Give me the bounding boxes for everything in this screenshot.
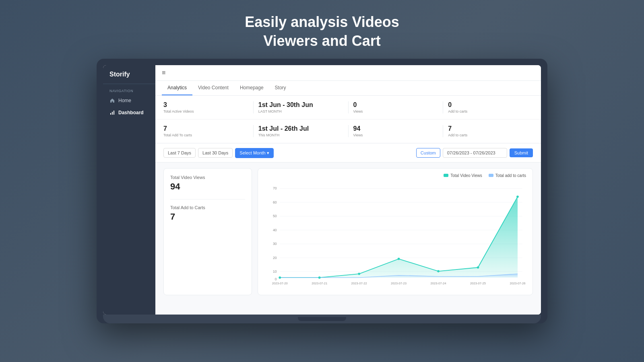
tab-video-content[interactable]: Video Content xyxy=(192,81,234,95)
tab-analytics[interactable]: Analytics xyxy=(162,81,192,95)
svg-text:60: 60 xyxy=(273,200,277,204)
legend-carts: Total add to carts xyxy=(489,173,526,178)
svg-text:2023-07-23: 2023-07-23 xyxy=(391,282,407,285)
stat-last-month-range: 1st Jun - 30th Jun LAST MONTH xyxy=(258,101,343,113)
stats-row-2: 7 Total Add To carts 1st Jul - 26th Jul … xyxy=(155,119,541,143)
svg-text:40: 40 xyxy=(273,228,277,232)
stat-this-month-views-label: Views xyxy=(353,133,438,137)
chart-icon xyxy=(109,110,115,115)
stat-this-month-carts-label: Add to carts xyxy=(448,133,533,137)
stat-this-month-range: 1st Jul - 26th Jul This MONTH xyxy=(258,125,343,137)
svg-text:0: 0 xyxy=(275,277,277,281)
tabs-row: Analytics Video Content Homepage Story xyxy=(155,81,541,96)
laptop-wrapper: Storify NAVIGATION Home xyxy=(97,59,547,323)
total-add-carts-metric: Total Add to Carts 7 xyxy=(170,205,245,222)
svg-text:30: 30 xyxy=(273,242,277,246)
metric-divider xyxy=(170,199,245,200)
views-point-2 xyxy=(358,273,360,275)
stat-this-month-views: 94 Views xyxy=(353,125,438,137)
custom-button[interactable]: Custom xyxy=(416,148,440,158)
stat-this-month-range-number: 1st Jul - 26th Jul xyxy=(258,125,343,132)
stat-this-month-carts: 7 Add to carts xyxy=(448,125,533,137)
last-7-days-button[interactable]: Last 7 Days xyxy=(163,148,196,158)
stat-total-add-number: 7 xyxy=(163,125,248,132)
svg-rect-0 xyxy=(110,113,111,115)
stat-last-month-views: 0 Views xyxy=(353,101,438,113)
views-point-4 xyxy=(437,270,440,272)
tab-story[interactable]: Story xyxy=(269,81,292,95)
last-30-days-button[interactable]: Last 30 Days xyxy=(198,148,233,158)
stat-divider-1a xyxy=(253,101,254,113)
svg-text:50: 50 xyxy=(273,214,277,218)
legend-carts-label: Total add to carts xyxy=(495,173,526,178)
sidebar-brand: Storify xyxy=(103,65,155,84)
stat-this-month-carts-number: 7 xyxy=(448,125,533,132)
svg-text:2023-07-26: 2023-07-26 xyxy=(510,282,525,285)
svg-rect-1 xyxy=(112,112,113,115)
legend-views-label: Total Video Views xyxy=(450,173,482,178)
tab-homepage[interactable]: Homepage xyxy=(234,81,269,95)
hamburger-icon[interactable]: ≡ xyxy=(162,69,165,76)
stat-total-add-label: Total Add To carts xyxy=(163,133,248,137)
date-range-input[interactable] xyxy=(443,148,507,158)
chart-legend: Total Video Views Total add to carts xyxy=(264,173,526,178)
sidebar-item-home[interactable]: Home xyxy=(103,95,155,107)
stat-divider-1b xyxy=(348,101,349,113)
main-content: ≡ Analytics Video Content Homepage Story xyxy=(155,65,541,315)
sidebar-item-dashboard[interactable]: Dashboard xyxy=(103,107,155,119)
svg-text:2023-07-21: 2023-07-21 xyxy=(312,282,327,285)
stat-active-videos: 3 Total Active Videos xyxy=(163,101,248,113)
svg-text:2023-07-20: 2023-07-20 xyxy=(272,282,288,285)
analytics-chart: 70 60 50 40 30 20 10 0 xyxy=(264,181,526,286)
chart-container: 70 60 50 40 30 20 10 0 xyxy=(264,181,526,286)
stat-last-month-views-number: 0 xyxy=(353,101,438,109)
analytics-grid: Total Video Views 94 Total Add to Carts … xyxy=(155,162,541,301)
stat-divider-2b xyxy=(348,125,349,137)
views-point-1 xyxy=(318,276,321,279)
metrics-panel: Total Video Views 94 Total Add to Carts … xyxy=(163,168,252,296)
sidebar-nav-label: NAVIGATION xyxy=(103,84,155,95)
stat-last-month-carts: 0 Add to carts xyxy=(448,101,533,113)
svg-text:70: 70 xyxy=(273,186,277,190)
views-point-3 xyxy=(398,257,400,260)
views-point-0 xyxy=(279,276,281,279)
chart-panel: Total Video Views Total add to carts xyxy=(258,168,533,296)
laptop-outer: Storify NAVIGATION Home xyxy=(97,59,547,323)
screen: Storify NAVIGATION Home xyxy=(103,65,541,315)
select-month-button[interactable]: Select Month ▾ xyxy=(235,148,273,158)
legend-carts-dot xyxy=(489,174,493,177)
total-add-carts-value: 7 xyxy=(170,212,245,222)
home-icon xyxy=(109,98,115,103)
stat-divider-2c xyxy=(443,125,443,137)
stat-divider-1c xyxy=(443,101,443,113)
content-area: 3 Total Active Videos 1st Jun - 30th Jun… xyxy=(155,96,541,315)
total-video-views-metric: Total Video Views 94 xyxy=(170,175,245,192)
views-point-6 xyxy=(516,195,519,198)
sidebar-item-dashboard-label: Dashboard xyxy=(118,110,144,115)
stat-active-videos-number: 3 xyxy=(163,101,248,109)
views-point-5 xyxy=(477,266,479,269)
submit-button[interactable]: Submit xyxy=(510,148,533,157)
laptop-base xyxy=(103,315,541,323)
legend-views: Total Video Views xyxy=(444,173,482,178)
stats-row-1: 3 Total Active Videos 1st Jun - 30th Jun… xyxy=(155,96,541,119)
stat-divider-2a xyxy=(253,125,254,137)
filter-bar: Last 7 Days Last 30 Days Select Month ▾ … xyxy=(155,144,541,162)
headline-line1: Easily analysis Videos xyxy=(245,14,399,30)
svg-text:2023-07-25: 2023-07-25 xyxy=(470,282,486,285)
top-bar: ≡ xyxy=(155,65,541,81)
svg-text:10: 10 xyxy=(273,269,277,274)
stat-last-month-views-label: Views xyxy=(353,109,438,113)
sidebar: Storify NAVIGATION Home xyxy=(103,65,155,315)
total-video-views-value: 94 xyxy=(170,181,245,192)
stat-last-month-range-number: 1st Jun - 30th Jun xyxy=(258,101,343,109)
headline-line2: Viewers and Cart xyxy=(263,33,380,49)
svg-text:2023-07-22: 2023-07-22 xyxy=(351,282,367,285)
stat-total-add-to-carts: 7 Total Add To carts xyxy=(163,125,248,137)
stat-last-month-carts-label: Add to carts xyxy=(448,109,533,113)
stat-last-month-range-label: LAST MONTH xyxy=(258,109,343,113)
stat-active-videos-label: Total Active Videos xyxy=(163,109,248,113)
stat-this-month-views-number: 94 xyxy=(353,125,438,132)
stat-this-month-range-label: This MONTH xyxy=(258,133,343,137)
svg-text:2023-07-24: 2023-07-24 xyxy=(431,282,446,285)
